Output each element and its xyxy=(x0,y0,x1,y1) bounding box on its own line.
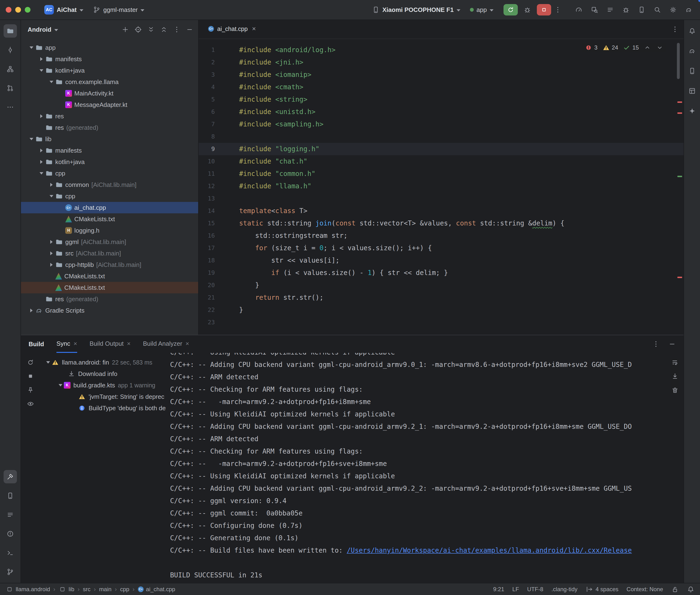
code-line[interactable]: 17 for (size_t i = 0; i < values.size();… xyxy=(199,242,683,254)
device-selector[interactable]: Xiaomi POCOPHONE F1 xyxy=(369,4,464,15)
code-line[interactable]: 3#include <iomanip> xyxy=(199,68,683,81)
inspections-widget[interactable]: 3 24 15 xyxy=(582,43,666,52)
search-icon[interactable] xyxy=(653,6,661,13)
app-inspection-icon[interactable] xyxy=(591,6,598,13)
file-encoding[interactable]: UTF-8 xyxy=(527,586,543,593)
run-config-selector[interactable]: app xyxy=(467,5,497,15)
close-tab-icon[interactable] xyxy=(127,340,131,347)
tree-item-res[interactable]: res(generated) xyxy=(21,293,198,305)
tree-item-cmakelists-txt[interactable]: CMakeLists.txt xyxy=(21,213,198,225)
close-tab-icon[interactable] xyxy=(252,26,256,32)
tree-item-cpp[interactable]: cpp xyxy=(21,168,198,179)
gradle-sync-icon[interactable] xyxy=(685,6,693,13)
logcat-icon[interactable] xyxy=(607,6,614,13)
zoom-window-button[interactable] xyxy=(25,7,30,12)
add-icon[interactable] xyxy=(121,26,129,33)
breadcrumb-item-main[interactable]: main xyxy=(99,586,111,593)
code-line[interactable]: 20 } xyxy=(199,279,683,291)
build-tree-item[interactable]: build.gradle.ktsapp 1 warning xyxy=(40,379,166,391)
vcs-branch-selector[interactable]: ggml-master xyxy=(89,4,148,15)
tree-item-cmakelists-txt[interactable]: CMakeLists.txt xyxy=(21,271,198,282)
project-selector[interactable]: AC AiChat xyxy=(41,4,87,16)
tree-item-logging-h[interactable]: logging.h xyxy=(21,225,198,236)
chevron-down-icon[interactable] xyxy=(48,81,55,83)
tab-options-icon[interactable] xyxy=(671,26,679,33)
hide-panel-icon[interactable] xyxy=(186,26,193,33)
code-line[interactable]: 14template<class T> xyxy=(199,205,683,217)
tree-item-lib[interactable]: lib xyxy=(21,133,198,145)
tree-item-cpp[interactable]: cpp xyxy=(21,191,198,202)
tree-item-res[interactable]: res xyxy=(21,111,198,122)
tree-item-messageadapter-kt[interactable]: MessageAdapter.kt xyxy=(21,99,198,111)
status-notifications-icon[interactable] xyxy=(687,586,695,593)
breadcrumb-item-cpp[interactable]: cpp xyxy=(120,586,129,593)
logcat-icon[interactable] xyxy=(4,508,17,521)
chevron-right-icon[interactable] xyxy=(38,160,45,164)
options-icon[interactable] xyxy=(652,340,660,348)
error-stripe-mark[interactable] xyxy=(677,102,682,103)
error-stripe-mark[interactable] xyxy=(677,112,682,114)
prev-issue-icon[interactable] xyxy=(644,44,651,51)
code-line[interactable]: 4#include <cmath> xyxy=(199,81,683,93)
code-line[interactable]: 18 str << values[i]; xyxy=(199,254,683,267)
terminal-icon[interactable] xyxy=(4,546,17,560)
close-window-button[interactable] xyxy=(6,7,11,12)
device-manager-icon[interactable] xyxy=(4,489,17,502)
code-editor[interactable]: 1#include <android/log.h>2#include <jni.… xyxy=(199,39,683,335)
code-line[interactable]: 15static std::string join(const std::vec… xyxy=(199,217,683,229)
gradle-icon[interactable] xyxy=(685,44,699,58)
running-devices-icon[interactable] xyxy=(685,64,699,78)
indent-widget[interactable]: 4 spaces xyxy=(586,586,619,593)
build-tree-item[interactable]: BuildType 'debug' is both de xyxy=(40,402,166,414)
breadcrumb-item-ai-chat-cpp[interactable]: ai_chat.cpp xyxy=(138,586,175,593)
editor-tab[interactable]: ai_chat.cpp xyxy=(203,20,260,38)
stop-icon[interactable] xyxy=(27,372,34,380)
tree-item-res[interactable]: res(generated) xyxy=(21,122,198,133)
problems-icon[interactable] xyxy=(4,527,17,540)
pin-icon[interactable] xyxy=(27,386,34,394)
filter-eye-icon[interactable] xyxy=(27,400,34,407)
tree-item-src[interactable]: src[AiChat.lib.main] xyxy=(21,248,198,259)
project-view-selector[interactable]: Android xyxy=(28,26,52,33)
tree-item-kotlin-java[interactable]: kotlin+java xyxy=(21,156,198,168)
build-tree-item[interactable]: 'jvmTarget: String' is deprec xyxy=(40,391,166,402)
code-line[interactable]: 9#include "logging.h" xyxy=(199,143,683,155)
version-control-icon[interactable] xyxy=(4,565,17,578)
close-tab-icon[interactable] xyxy=(74,340,77,347)
chevron-right-icon[interactable] xyxy=(48,240,55,244)
code-line[interactable]: 11#include "common.h" xyxy=(199,168,683,180)
run-options-icon[interactable] xyxy=(554,6,562,13)
build-console[interactable]: C/C++: -- Using KleidiAI optimized kerne… xyxy=(166,353,683,583)
assistant-icon[interactable] xyxy=(685,104,699,118)
error-stripe-mark[interactable] xyxy=(677,277,682,278)
line-separator[interactable]: LF xyxy=(512,586,519,593)
hide-panel-icon[interactable] xyxy=(668,340,676,348)
chevron-down-icon[interactable] xyxy=(45,361,52,364)
commit-icon[interactable] xyxy=(4,43,17,57)
more-icon[interactable] xyxy=(4,101,17,114)
code-line[interactable]: 21 return str.str(); xyxy=(199,291,683,304)
chevron-down-icon[interactable] xyxy=(38,172,45,174)
lock-icon[interactable] xyxy=(671,586,679,593)
chevron-right-icon[interactable] xyxy=(38,114,45,118)
code-line[interactable]: 12#include "llama.h" xyxy=(199,180,683,192)
console-link[interactable]: /Users/hanyin/Workspace/ai-chat/examples… xyxy=(347,546,632,554)
context-widget[interactable]: Context: None xyxy=(627,586,663,593)
chevron-down-icon[interactable] xyxy=(57,384,64,387)
chevron-right-icon[interactable] xyxy=(28,309,35,312)
tree-item-common[interactable]: common[AiChat.lib.main] xyxy=(21,179,198,191)
notifications-icon[interactable] xyxy=(685,24,699,38)
chevron-right-icon[interactable] xyxy=(48,251,55,255)
code-line[interactable]: 16 std::ostringstream str; xyxy=(199,229,683,242)
code-line[interactable]: 19 if (i < values.size() - 1) { str << d… xyxy=(199,267,683,279)
soft-wrap-icon[interactable] xyxy=(671,359,679,366)
code-line[interactable]: 7#include <sampling.h> xyxy=(199,118,683,131)
device-explorer-icon[interactable] xyxy=(638,6,645,13)
build-tree-item[interactable]: llama.android: fin22 sec, 583 ms xyxy=(40,357,166,368)
next-issue-icon[interactable] xyxy=(656,44,664,51)
debug-button[interactable] xyxy=(524,6,531,13)
code-line[interactable]: 10#include "chat.h" xyxy=(199,155,683,168)
tree-item-manifests[interactable]: manifests xyxy=(21,145,198,156)
options-icon[interactable] xyxy=(173,26,180,33)
chevron-down-icon[interactable] xyxy=(28,138,35,140)
